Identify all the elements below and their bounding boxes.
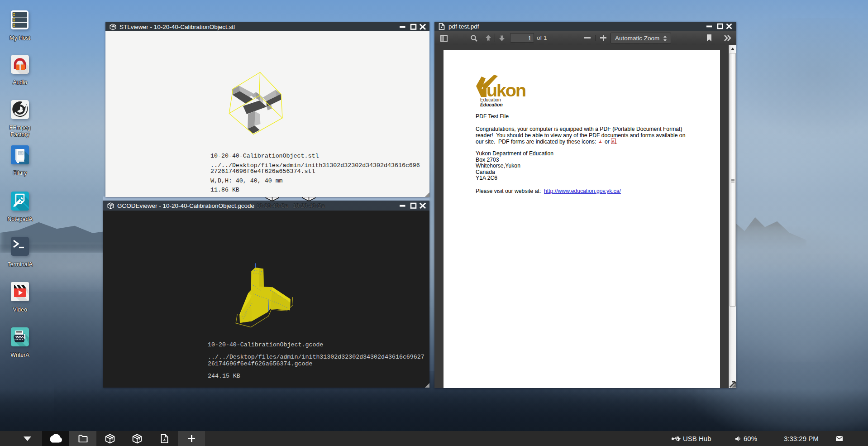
svg-text:A: A	[612, 139, 615, 144]
svg-text:ukon: ukon	[486, 81, 525, 97]
